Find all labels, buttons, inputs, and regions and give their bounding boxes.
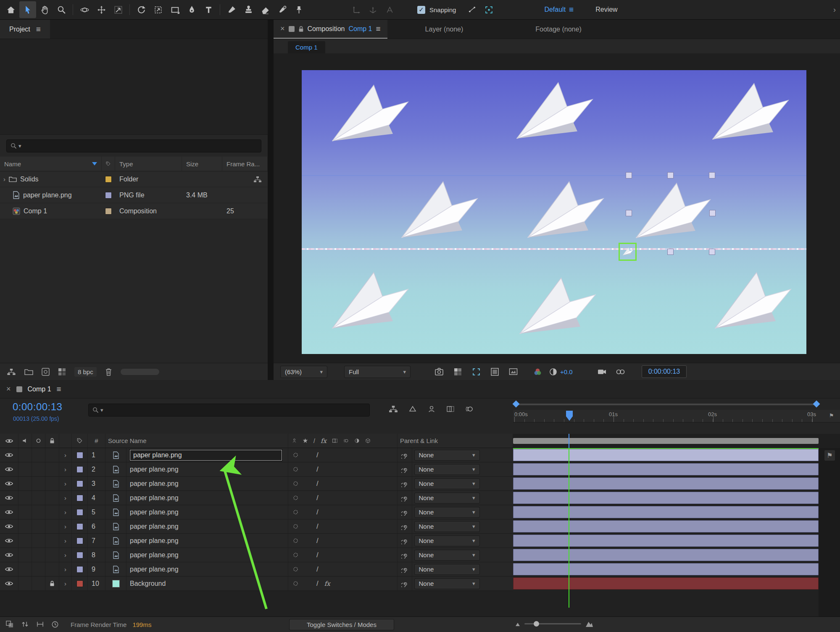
collapse-transformations-icon[interactable] — [303, 438, 308, 443]
adjustment-layer-icon[interactable] — [354, 438, 360, 443]
collapse-switch[interactable] — [292, 523, 299, 530]
layer-name[interactable]: paper plane.png — [126, 491, 288, 505]
lock-toggle[interactable] — [45, 491, 59, 505]
layer-name[interactable]: Background — [126, 577, 288, 590]
zoom-out-mountain-icon[interactable] — [515, 622, 520, 627]
expand-arrow[interactable]: › — [59, 548, 72, 562]
time-ruler[interactable]: 0:00s 01s 02s 03s ⚑ — [513, 410, 840, 422]
layer-duration-bar[interactable] — [513, 535, 819, 547]
snapshot-icon[interactable] — [432, 366, 446, 378]
layer-color-chip[interactable] — [72, 577, 88, 590]
local-axis-mode-icon[interactable] — [348, 1, 364, 18]
tab-footage[interactable]: Footage (none) — [524, 20, 592, 39]
parent-dropdown[interactable]: None▾ — [414, 464, 480, 475]
navigator-track[interactable] — [516, 404, 816, 405]
lock-toggle[interactable] — [45, 548, 59, 562]
expand-arrow[interactable]: › — [59, 577, 72, 590]
zoom-tool[interactable] — [53, 1, 70, 18]
layer-row[interactable]: › 4 paper plane.png / None▾ — [0, 491, 513, 505]
paper-plane[interactable] — [329, 271, 409, 335]
parent-dropdown[interactable]: None▾ — [414, 478, 480, 489]
solo-toggle[interactable] — [32, 491, 45, 505]
layer-duration-bar[interactable] — [513, 492, 819, 504]
quality-icon[interactable]: / — [313, 438, 315, 444]
panel-menu-icon[interactable]: ≡ — [376, 24, 380, 34]
parent-dropdown[interactable]: None▾ — [414, 535, 480, 546]
region-of-interest-icon[interactable] — [469, 366, 483, 378]
pickwhip-icon[interactable] — [398, 448, 412, 462]
lock-toggle[interactable] — [45, 462, 59, 476]
pickwhip-icon[interactable] — [398, 562, 412, 576]
audio-toggle[interactable] — [18, 477, 32, 490]
layer-color-chip[interactable] — [72, 562, 88, 576]
layer-color-chip[interactable] — [72, 448, 88, 462]
layer-color-chip[interactable] — [72, 505, 88, 519]
column-size[interactable]: Size — [182, 157, 222, 171]
lock-toggle[interactable] — [45, 505, 59, 519]
lock-toggle[interactable] — [45, 577, 59, 590]
render-time-pane-icon[interactable] — [51, 621, 59, 628]
roto-brush-tool[interactable] — [274, 1, 290, 18]
3d-layer-icon[interactable] — [365, 438, 371, 443]
parent-dropdown[interactable]: None▾ — [414, 493, 480, 504]
lock-toggle[interactable] — [45, 448, 59, 462]
expand-arrow[interactable]: › — [59, 491, 72, 505]
video-column-header[interactable] — [0, 434, 18, 448]
collapse-switch[interactable] — [292, 480, 299, 487]
new-composition-icon[interactable] — [42, 368, 50, 376]
layer-duration-bar[interactable] — [513, 563, 819, 575]
eye-toggle[interactable] — [0, 462, 18, 476]
parent-link-column-header[interactable]: Parent & Link — [398, 434, 513, 448]
lock-icon[interactable] — [298, 26, 304, 32]
current-timecode[interactable]: 0:00:00:13 — [13, 401, 62, 413]
layer-name[interactable]: paper plane.png — [126, 519, 288, 533]
expand-arrow[interactable]: › — [3, 176, 5, 183]
quality-switch[interactable]: / — [316, 494, 319, 502]
audio-toggle[interactable] — [18, 577, 32, 590]
expand-layer-pane-icon[interactable] — [6, 621, 14, 628]
paper-plane[interactable] — [524, 180, 604, 244]
layer-color-chip[interactable] — [72, 534, 88, 548]
collapse-switch[interactable] — [292, 509, 299, 515]
solo-toggle[interactable] — [32, 448, 45, 462]
solo-toggle[interactable] — [32, 505, 45, 519]
eye-toggle[interactable] — [0, 534, 18, 548]
time-navigator[interactable] — [513, 399, 840, 409]
tab-composition[interactable]: × Composition Comp 1 ≡ — [274, 20, 387, 39]
new-folder-icon[interactable] — [24, 368, 33, 375]
interpret-footage-icon[interactable] — [7, 368, 16, 375]
column-type[interactable]: Type — [115, 157, 182, 171]
pickwhip-icon[interactable] — [398, 548, 412, 562]
parent-dropdown[interactable]: None▾ — [414, 521, 480, 532]
clone-stamp-tool[interactable] — [240, 1, 257, 18]
home-icon[interactable] — [3, 1, 19, 18]
transform-handle[interactable] — [709, 249, 715, 255]
project-searchbox[interactable]: ▾ — [6, 139, 261, 152]
audio-toggle[interactable] — [18, 534, 32, 548]
panel-menu-icon[interactable]: ≡ — [36, 25, 41, 34]
lock-toggle[interactable] — [45, 519, 59, 533]
quality-switch[interactable]: / — [316, 537, 319, 545]
quality-switch[interactable]: / — [316, 565, 319, 574]
rectangle-tool[interactable] — [166, 1, 183, 18]
hand-tool[interactable] — [36, 1, 53, 18]
layer-color-chip[interactable] — [72, 519, 88, 533]
expand-arrow[interactable]: › — [59, 477, 72, 490]
layer-row[interactable]: › 6 paper plane.png / None▾ — [0, 519, 513, 534]
lock-toggle[interactable] — [45, 562, 59, 576]
audio-toggle[interactable] — [18, 519, 32, 533]
quality-switch[interactable]: / — [316, 451, 319, 459]
camera-icon[interactable] — [595, 366, 609, 378]
expand-arrow[interactable]: › — [59, 505, 72, 519]
shy-icon[interactable] — [292, 438, 297, 443]
label-color-chip[interactable] — [105, 192, 112, 199]
audio-column-header[interactable] — [18, 434, 32, 448]
table-row[interactable]: › Solids Folder — [0, 171, 268, 187]
eye-toggle[interactable] — [0, 577, 18, 590]
exposure-control[interactable]: +0.0 — [549, 368, 573, 376]
search-options-chevron[interactable]: ▾ — [18, 143, 21, 149]
layer-row[interactable]: › 1 / None▾ — [0, 448, 513, 462]
snap-features-icon[interactable] — [480, 1, 497, 18]
frame-blending-icon[interactable] — [446, 405, 455, 413]
current-time-indicator-line[interactable] — [569, 448, 569, 608]
